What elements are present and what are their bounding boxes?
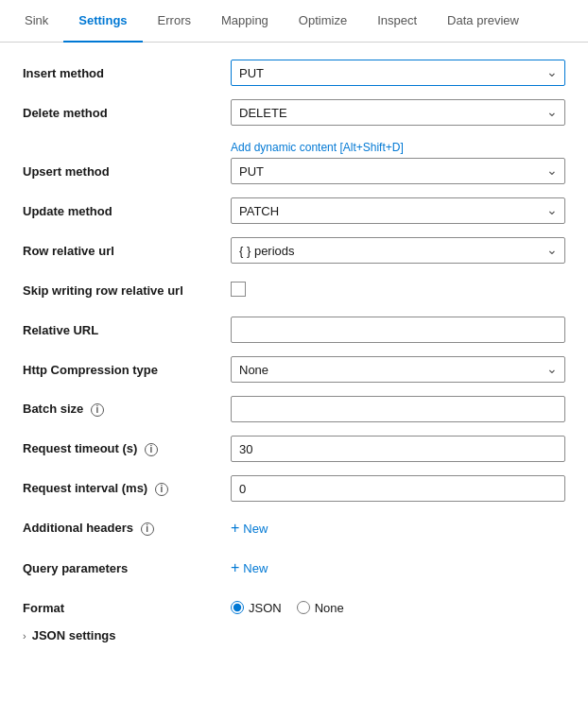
skip-writing-control [231, 282, 565, 300]
insert-method-select[interactable]: PUT POST PATCH [231, 60, 565, 86]
query-parameters-new-label: New [243, 561, 268, 575]
tab-optimize[interactable]: Optimize [284, 0, 362, 43]
insert-method-row: Insert method PUT POST PATCH [23, 60, 565, 86]
delete-method-select[interactable]: DELETE PUT POST [231, 99, 565, 126]
plus-icon: + [231, 520, 239, 537]
relative-url-control [231, 317, 565, 343]
upsert-method-select-wrapper: PUT POST PATCH [231, 158, 565, 184]
row-relative-url-label: Row relative url [23, 244, 231, 258]
format-label: Format [23, 601, 231, 615]
json-settings-label: JSON settings [32, 628, 116, 642]
additional-headers-new-label: New [243, 522, 268, 536]
insert-method-label: Insert method [23, 66, 231, 80]
delete-method-label: Delete method [23, 106, 231, 120]
skip-writing-row: Skip writing row relative url [23, 277, 565, 303]
insert-method-control: PUT POST PATCH [231, 60, 565, 86]
batch-size-control [231, 396, 565, 422]
format-none-radio[interactable] [297, 601, 310, 614]
query-parameters-row: Query parameters + New [23, 555, 565, 581]
request-timeout-row: Request timeout (s) i [23, 436, 565, 462]
batch-size-info-icon: i [91, 403, 104, 417]
tab-data-preview[interactable]: Data preview [432, 0, 534, 43]
query-parameters-control: + New [231, 559, 565, 576]
row-relative-url-row: Row relative url { } periods [23, 237, 565, 264]
request-timeout-info-icon: i [145, 443, 158, 456]
plus-icon-2: + [231, 559, 239, 576]
delete-method-control: DELETE PUT POST [231, 99, 565, 126]
batch-size-label: Batch size i [23, 402, 231, 417]
tab-sink[interactable]: Sink [9, 0, 63, 43]
chevron-right-icon: › [23, 630, 26, 642]
tab-errors[interactable]: Errors [143, 0, 206, 43]
skip-writing-label: Skip writing row relative url [23, 283, 231, 298]
query-parameters-new-button[interactable]: + New [231, 559, 268, 576]
row-relative-url-select[interactable]: { } periods [231, 237, 565, 264]
format-none-radio-label[interactable]: None [297, 601, 344, 615]
upsert-method-label: Upsert method [23, 164, 231, 179]
row-relative-url-select-wrapper: { } periods [231, 237, 565, 264]
request-interval-row: Request interval (ms) i [23, 475, 565, 502]
relative-url-input[interactable] [231, 317, 565, 343]
request-timeout-input[interactable] [231, 436, 565, 462]
skip-writing-checkbox[interactable] [231, 282, 246, 297]
tab-settings[interactable]: Settings [63, 0, 142, 43]
dynamic-content-link[interactable]: Add dynamic content [Alt+Shift+D] [231, 141, 404, 154]
format-none-text: None [315, 601, 344, 615]
http-compression-row: Http Compression type None gzip deflate [23, 356, 565, 383]
update-method-select[interactable]: PATCH PUT POST [231, 197, 565, 224]
request-interval-info-icon: i [155, 483, 168, 496]
insert-method-select-wrapper: PUT POST PATCH [231, 60, 565, 86]
update-method-select-wrapper: PATCH PUT POST [231, 197, 565, 224]
request-interval-control [231, 475, 565, 502]
upsert-method-row: Upsert method PUT POST PATCH [23, 158, 565, 184]
http-compression-label: Http Compression type [23, 363, 231, 377]
update-method-label: Update method [23, 204, 231, 218]
additional-headers-control: + New [231, 520, 565, 537]
relative-url-label: Relative URL [23, 323, 231, 337]
settings-content: Insert method PUT POST PATCH Delete meth… [0, 43, 588, 659]
additional-headers-new-button[interactable]: + New [231, 520, 268, 537]
delete-method-row: Delete method DELETE PUT POST [23, 99, 565, 126]
tab-bar: Sink Settings Errors Mapping Optimize In… [0, 0, 588, 43]
update-method-row: Update method PATCH PUT POST [23, 197, 565, 224]
update-method-control: PATCH PUT POST [231, 197, 565, 224]
format-json-text: JSON [249, 601, 282, 615]
batch-size-input[interactable] [231, 396, 565, 422]
delete-method-select-wrapper: DELETE PUT POST [231, 99, 565, 126]
format-json-radio-label[interactable]: JSON [231, 601, 282, 615]
tab-inspect[interactable]: Inspect [362, 0, 432, 43]
format-radio-group: JSON None [231, 601, 565, 615]
request-timeout-control [231, 436, 565, 462]
request-interval-label: Request interval (ms) i [23, 481, 231, 496]
http-compression-select-wrapper: None gzip deflate [231, 356, 565, 383]
query-parameters-label: Query parameters [23, 561, 231, 575]
batch-size-row: Batch size i [23, 396, 565, 422]
additional-headers-label: Additional headers i [23, 521, 231, 536]
request-timeout-label: Request timeout (s) i [23, 441, 231, 456]
relative-url-row: Relative URL [23, 317, 565, 343]
tab-mapping[interactable]: Mapping [206, 0, 284, 43]
http-compression-control: None gzip deflate [231, 356, 565, 383]
row-relative-url-control: { } periods [231, 237, 565, 264]
format-json-radio[interactable] [231, 601, 244, 614]
json-settings-row[interactable]: › JSON settings [23, 628, 565, 642]
upsert-method-control: PUT POST PATCH [231, 158, 565, 184]
upsert-method-select[interactable]: PUT POST PATCH [231, 158, 565, 184]
request-interval-input[interactable] [231, 475, 565, 502]
format-control: JSON None [231, 601, 565, 615]
format-row: Format JSON None [23, 594, 565, 621]
additional-headers-row: Additional headers i + New [23, 515, 565, 541]
http-compression-select[interactable]: None gzip deflate [231, 356, 565, 383]
additional-headers-info-icon: i [141, 522, 154, 536]
